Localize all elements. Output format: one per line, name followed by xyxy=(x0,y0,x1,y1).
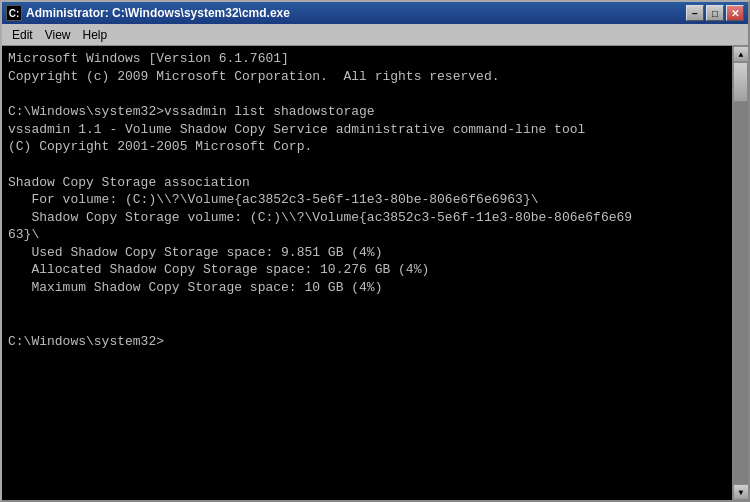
window-title: Administrator: C:\Windows\system32\cmd.e… xyxy=(26,6,290,20)
terminal-line: vssadmin 1.1 - Volume Shadow Copy Servic… xyxy=(8,121,726,139)
terminal-line: For volume: (C:)\\?\Volume{ac3852c3-5e6f… xyxy=(8,191,726,209)
maximize-button[interactable]: □ xyxy=(706,5,724,21)
terminal-line: Copyright (c) 2009 Microsoft Corporation… xyxy=(8,68,726,86)
scroll-down-button[interactable]: ▼ xyxy=(733,484,748,500)
menu-view[interactable]: View xyxy=(39,26,77,44)
window-controls: − □ ✕ xyxy=(686,5,744,21)
terminal-line xyxy=(8,156,726,174)
terminal-line: C:\Windows\system32> xyxy=(8,333,726,351)
minimize-button[interactable]: − xyxy=(686,5,704,21)
menu-help[interactable]: Help xyxy=(76,26,113,44)
terminal-line xyxy=(8,297,726,315)
terminal-line: 63}\ xyxy=(8,226,726,244)
window-content: Microsoft Windows [Version 6.1.7601]Copy… xyxy=(2,46,748,500)
terminal-line: Used Shadow Copy Storage space: 9.851 GB… xyxy=(8,244,726,262)
terminal-line: Shadow Copy Storage association xyxy=(8,174,726,192)
terminal-line xyxy=(8,315,726,333)
menu-edit[interactable]: Edit xyxy=(6,26,39,44)
terminal-output[interactable]: Microsoft Windows [Version 6.1.7601]Copy… xyxy=(2,46,732,500)
scrollbar-track[interactable] xyxy=(733,62,748,484)
title-bar-left: C: Administrator: C:\Windows\system32\cm… xyxy=(6,5,290,21)
cmd-window: C: Administrator: C:\Windows\system32\cm… xyxy=(0,0,750,502)
title-bar: C: Administrator: C:\Windows\system32\cm… xyxy=(2,2,748,24)
terminal-line xyxy=(8,85,726,103)
scroll-up-button[interactable]: ▲ xyxy=(733,46,748,62)
menu-bar: Edit View Help xyxy=(2,24,748,46)
terminal-line: Allocated Shadow Copy Storage space: 10.… xyxy=(8,261,726,279)
scrollbar[interactable]: ▲ ▼ xyxy=(732,46,748,500)
scrollbar-thumb[interactable] xyxy=(733,62,748,102)
terminal-line: Microsoft Windows [Version 6.1.7601] xyxy=(8,50,726,68)
cmd-icon: C: xyxy=(6,5,22,21)
terminal-line: C:\Windows\system32>vssadmin list shadow… xyxy=(8,103,726,121)
terminal-line: Shadow Copy Storage volume: (C:)\\?\Volu… xyxy=(8,209,726,227)
terminal-line: Maximum Shadow Copy Storage space: 10 GB… xyxy=(8,279,726,297)
close-button[interactable]: ✕ xyxy=(726,5,744,21)
terminal-line: (C) Copyright 2001-2005 Microsoft Corp. xyxy=(8,138,726,156)
